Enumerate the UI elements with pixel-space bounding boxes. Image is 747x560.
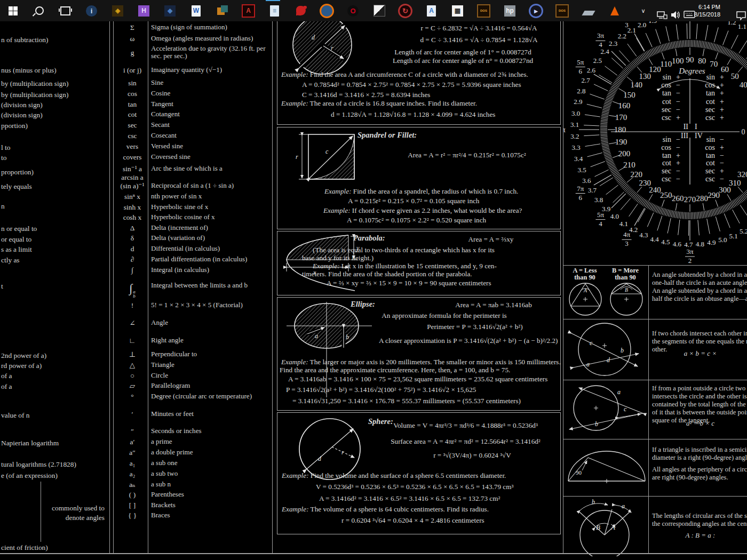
blue-tool-app[interactable]: ◆	[157, 0, 183, 21]
formula-line: Example: If chord c were given as 2.2 in…	[323, 206, 522, 215]
firefox-app[interactable]	[314, 0, 340, 21]
angle-a-label: A	[583, 287, 587, 293]
svg-text:40: 40	[740, 81, 747, 89]
proposition-formula: A : B = a :	[662, 531, 739, 540]
text-fragment: to	[1, 154, 6, 162]
notes-app[interactable]: ≡	[261, 0, 288, 21]
clock-date: 8/15/2018	[694, 11, 720, 18]
text-fragment: l to	[1, 143, 10, 152]
wordpad-app[interactable]: A	[418, 0, 444, 21]
formula-line: r = 0.6204 ³√64 = 0.6204 × 4 = 2.4816 ce…	[341, 516, 484, 525]
tray-network-icon[interactable]	[650, 0, 663, 21]
taskbar-clock[interactable]: 6:14 PM 8/15/2018	[694, 3, 720, 18]
meaning-cell: Arc the sine of which is a	[151, 165, 272, 172]
dosbox2-app[interactable]: DOS	[549, 0, 575, 21]
hp-scan-app[interactable]: hp	[497, 0, 523, 21]
arc-angle-diagram: b a B A	[564, 497, 648, 556]
formula-line: (The area is equal to two-thirds of a re…	[313, 246, 495, 254]
trig-sign-row: cot+	[699, 98, 730, 106]
formula-line: Area = A = πab = 3.1416ab	[430, 301, 558, 309]
text-fragment: tural logarithms (2.71828)	[1, 460, 76, 469]
proposition-text-line: intersects the circle and the other is t…	[652, 393, 747, 401]
divider-line	[563, 380, 747, 380]
symbol-cell: sin⁻¹ a arcsin a	[116, 165, 149, 182]
intersecting-chords-diagram: c b a d	[564, 319, 648, 379]
chord-d-label: d	[607, 356, 610, 364]
handbook-app[interactable]: H	[131, 0, 157, 21]
angle-note-line1: commonly used to	[9, 503, 105, 513]
dosbox-app[interactable]: DOS	[471, 0, 497, 21]
text-fragment: 2nd power of a)	[1, 351, 46, 360]
formula-line: Example: The larger or major axis is 200…	[281, 358, 561, 366]
formula-line: Length of arc for center angle of 1° = 0…	[365, 48, 560, 57]
svg-text:260: 260	[672, 194, 684, 203]
text-fragment: cient of friction)	[1, 543, 48, 552]
scanner-app[interactable]	[575, 0, 601, 21]
svg-text:3.2: 3.2	[570, 132, 579, 140]
svg-text:4.7: 4.7	[684, 241, 693, 249]
right-angle-90-label: 90	[576, 469, 582, 476]
paint-splat-app[interactable]	[288, 0, 314, 21]
svg-text:200: 200	[618, 149, 631, 158]
start-button[interactable]	[0, 0, 26, 21]
record-app[interactable]: ↻	[392, 0, 418, 21]
symbol-cell: °	[116, 393, 149, 401]
desktop: d r r c	[0, 0, 747, 560]
trig-sign-row: cos−	[655, 143, 686, 152]
info-app[interactable]: i	[78, 0, 105, 21]
svg-text:3.7: 3.7	[588, 186, 597, 194]
meaning-cell: Seconds or inches	[151, 427, 272, 435]
system-tray: ∨ 6:14 PM 8/15/2018	[637, 0, 747, 21]
contrast-app[interactable]	[366, 0, 392, 21]
acrobat-app[interactable]: A	[235, 0, 261, 21]
caption-b: B = Morethan 90	[606, 267, 645, 281]
media-player-app[interactable]: ▸	[523, 0, 549, 21]
symbol-cell: cos	[116, 90, 149, 98]
formula-line: Area = A = ⅔xy	[427, 235, 555, 244]
compass-app[interactable]: ◈	[105, 0, 131, 21]
proposition-text-line: are right (90-degree) angles.	[652, 474, 747, 482]
text-fragment: (division sign)	[1, 101, 43, 109]
vlc-app[interactable]	[601, 0, 627, 21]
word-app[interactable]: W	[183, 0, 209, 21]
angle-note-line2: denote angles	[9, 513, 105, 523]
formula-line: C = 3.1416d = 3.1416 × 2.75 = 8.6394 inc…	[302, 91, 430, 99]
text-fragment: t	[1, 282, 3, 291]
symbol-cell: g	[116, 49, 149, 57]
formula-line: Example: The area of a circle is 16.8 sq…	[281, 99, 477, 108]
ellipse-formula-box: Ellipse:Area = A = πab = 3.1416abAn appr…	[277, 297, 561, 411]
text-fragment: of a	[1, 382, 12, 391]
formula-line: A = 3.1416ab = 3.1416 × 100 × 75 = 23,56…	[288, 375, 547, 383]
angle-b-label: B	[625, 287, 628, 293]
svg-text:150: 150	[623, 91, 635, 99]
quadrant-numeral: IV	[695, 132, 708, 140]
symbol-cell: a₂	[116, 470, 149, 478]
calculator-app[interactable]: ▦	[444, 0, 471, 21]
photos-app[interactable]	[209, 0, 235, 21]
task-view-button[interactable]	[52, 0, 78, 21]
text-fragment: pportion)	[1, 122, 28, 130]
search-button[interactable]	[26, 0, 52, 21]
proposition-text-line: The lengths of circular arcs of the sa	[652, 512, 747, 520]
formula-line: Surface area = A = 4πr² = πd² = 12.5664r…	[374, 437, 558, 446]
angle-note: commonly used to denote angles	[9, 503, 105, 523]
svg-text:5.0: 5.0	[718, 236, 727, 244]
formula-line: Ellipse:	[351, 300, 375, 309]
formula-line: base and y for its height.)	[302, 254, 374, 262]
svg-text:100: 100	[672, 57, 684, 65]
tray-expand-icon[interactable]: ∨	[637, 0, 650, 21]
symbol-cell: a″	[116, 449, 149, 457]
trig-sign-row: sec−	[655, 106, 686, 114]
symbol-cell: sin	[116, 79, 149, 87]
divider-line	[41, 482, 41, 542]
action-center-icon[interactable]	[725, 0, 747, 21]
meaning-cell: Cosecant	[151, 132, 272, 139]
divider-line	[563, 439, 747, 439]
text-fragment: rd power of a)	[1, 362, 42, 370]
svg-text:3: 3	[625, 239, 629, 247]
text-fragment: (division sign)	[1, 111, 43, 119]
proposition-text-line: If a triangle is inscribed in a semicir	[652, 446, 747, 454]
text-fragment: of a	[1, 372, 12, 380]
symbol-cell: !	[116, 301, 149, 310]
opera-app[interactable]: O	[340, 0, 366, 21]
